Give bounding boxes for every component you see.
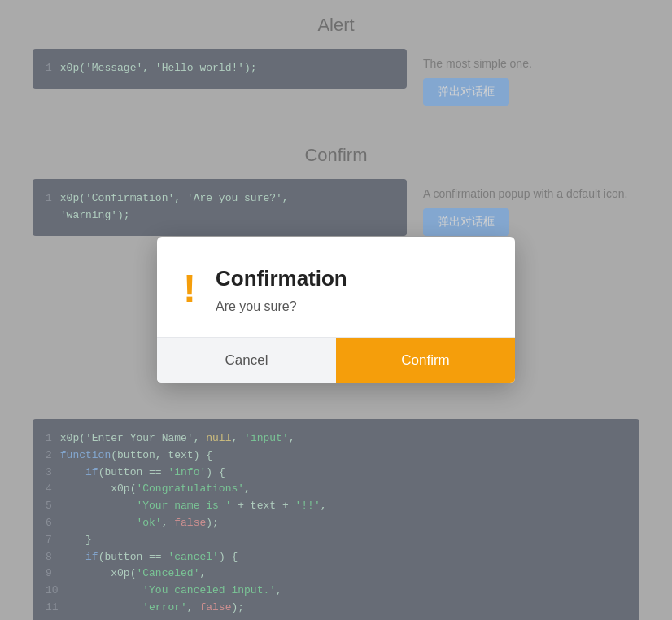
modal-title: Confirmation: [216, 266, 489, 291]
page-background: Alert 1 x0p('Message', 'Hello world!'); …: [0, 0, 672, 620]
modal-body: ! Confirmation Are you sure?: [157, 237, 515, 337]
modal-text-area: Confirmation Are you sure?: [216, 266, 489, 314]
modal-subtitle: Are you sure?: [216, 299, 489, 314]
warning-icon: !: [183, 269, 196, 308]
modal-footer: Cancel Confirm: [157, 337, 515, 383]
cancel-button[interactable]: Cancel: [157, 338, 336, 383]
confirm-button[interactable]: Confirm: [336, 338, 515, 383]
confirmation-modal: ! Confirmation Are you sure? Cancel Conf…: [157, 237, 515, 383]
